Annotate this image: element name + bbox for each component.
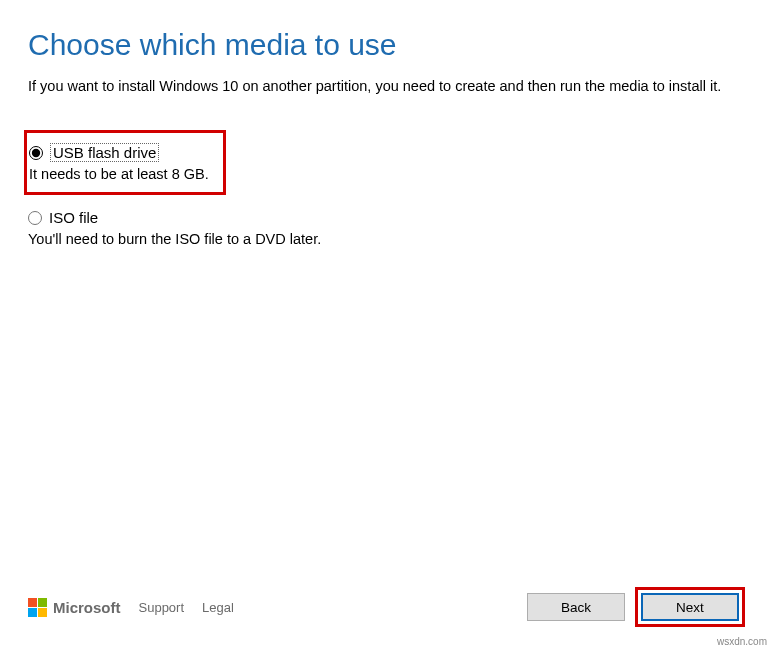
radio-iso-label[interactable]: ISO file — [49, 209, 98, 226]
footer: Microsoft Support Legal Back Next — [28, 587, 745, 627]
next-button[interactable]: Next — [641, 593, 739, 621]
highlight-next-button: Next — [635, 587, 745, 627]
radio-usb-desc: It needs to be at least 8 GB. — [29, 166, 209, 182]
legal-link[interactable]: Legal — [202, 600, 234, 615]
microsoft-logo-icon — [28, 598, 47, 617]
footer-right: Back Next — [527, 587, 745, 627]
radio-iso-desc: You'll need to burn the ISO file to a DV… — [28, 231, 745, 247]
highlight-usb-option: USB flash drive It needs to be at least … — [24, 130, 226, 195]
support-link[interactable]: Support — [139, 600, 185, 615]
watermark: wsxdn.com — [717, 636, 767, 647]
back-button[interactable]: Back — [527, 593, 625, 621]
microsoft-brand: Microsoft — [28, 598, 121, 617]
radio-usb-label[interactable]: USB flash drive — [50, 143, 159, 162]
page-subtitle: If you want to install Windows 10 on ano… — [28, 76, 745, 96]
radio-iso[interactable] — [28, 211, 42, 225]
radio-usb[interactable] — [29, 146, 43, 160]
microsoft-brand-text: Microsoft — [53, 599, 121, 616]
footer-left: Microsoft Support Legal — [28, 598, 234, 617]
page-title: Choose which media to use — [28, 28, 745, 62]
